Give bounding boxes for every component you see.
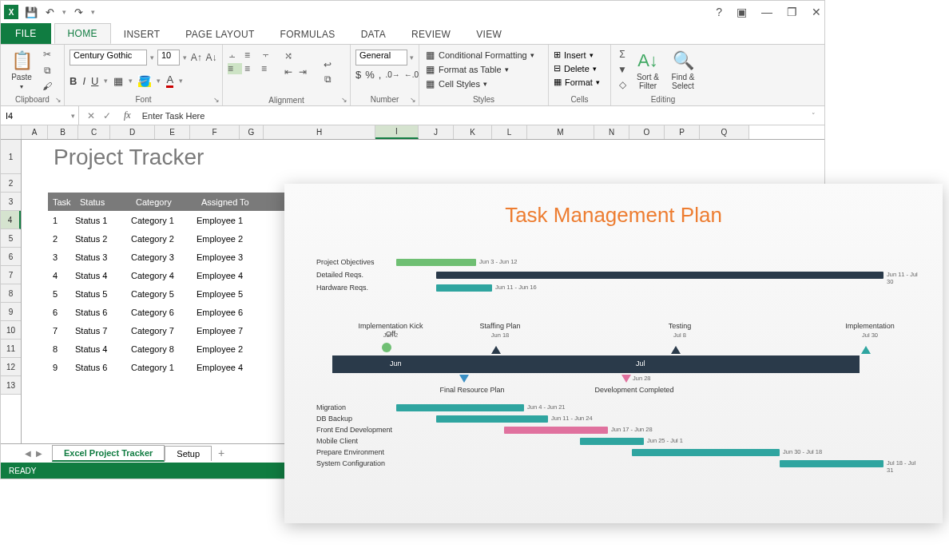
qat-customize-icon[interactable]: ▾ <box>91 8 95 16</box>
row-header-10[interactable]: 10 <box>1 321 21 340</box>
underline-button[interactable]: U <box>91 75 98 87</box>
cancel-formula-icon[interactable]: ✕ <box>87 110 95 121</box>
col-header-C[interactable]: C <box>78 125 110 139</box>
row-header-1[interactable]: 1 <box>1 140 21 174</box>
row-header-2[interactable]: 2 <box>1 174 21 193</box>
insert-cells-button[interactable]: ⊞Insert▾ <box>554 50 606 60</box>
col-header-O[interactable]: O <box>629 125 665 139</box>
currency-icon[interactable]: $ <box>355 69 361 81</box>
row-header-9[interactable]: 9 <box>1 303 21 321</box>
sheet-tab-setup[interactable]: Setup <box>165 446 212 461</box>
font-size-select[interactable]: 10 <box>157 50 181 66</box>
add-sheet-button[interactable]: + <box>212 447 231 459</box>
comma-icon[interactable]: , <box>379 69 382 81</box>
undo-icon[interactable]: ↶ <box>46 6 54 18</box>
close-icon[interactable]: ✕ <box>812 6 821 18</box>
increase-indent-icon[interactable]: ⇥ <box>296 66 309 78</box>
font-color-icon[interactable]: A <box>166 73 173 88</box>
row-header-12[interactable]: 12 <box>1 358 21 376</box>
col-header-D[interactable]: D <box>110 125 155 139</box>
copy-icon[interactable]: ⧉ <box>41 64 54 77</box>
tab-review[interactable]: REVIEW <box>399 25 463 44</box>
align-bottom-icon[interactable]: ⫟ <box>261 50 276 61</box>
find-select-button[interactable]: 🔍 Find & Select <box>667 48 699 93</box>
save-icon[interactable]: 💾 <box>25 6 38 18</box>
merge-center-icon[interactable]: ⧉ <box>321 73 334 85</box>
align-left-icon[interactable]: ≡ <box>228 63 242 74</box>
col-header-M[interactable]: M <box>527 125 594 139</box>
row-header-3[interactable]: 3 <box>1 193 21 211</box>
col-header-Q[interactable]: Q <box>700 125 749 139</box>
bold-button[interactable]: B <box>69 75 77 87</box>
sheet-tab-project-tracker[interactable]: Excel Project Tracker <box>52 445 165 462</box>
cell-styles-button[interactable]: ▦Cell Styles▾ <box>424 78 543 89</box>
fill-color-icon[interactable]: 🪣 <box>138 75 151 87</box>
tab-page-layout[interactable]: PAGE LAYOUT <box>173 25 267 44</box>
expand-formula-bar-icon[interactable]: ˅ <box>812 112 824 120</box>
enter-formula-icon[interactable]: ✓ <box>103 110 111 121</box>
col-header-E[interactable]: E <box>155 125 190 139</box>
select-all-button[interactable] <box>1 125 22 139</box>
row-header-11[interactable]: 11 <box>1 340 21 358</box>
paste-button[interactable]: 📋 Paste ▾ <box>6 48 38 93</box>
format-painter-icon[interactable]: 🖌 <box>41 80 54 93</box>
align-middle-icon[interactable]: ≡ <box>244 50 259 61</box>
wrap-text-icon[interactable]: ↩ <box>321 58 334 71</box>
row-header-6[interactable]: 6 <box>1 248 21 266</box>
insert-function-icon[interactable]: fx <box>119 109 136 121</box>
format-as-table-button[interactable]: ▦Format as Table▾ <box>424 64 543 75</box>
align-top-icon[interactable]: ⫠ <box>228 50 242 61</box>
wrap-merge-button[interactable]: ↩ ⧉ <box>316 50 339 94</box>
cut-icon[interactable]: ✂ <box>41 48 54 61</box>
restore-icon[interactable]: ❐ <box>787 6 797 18</box>
sort-filter-button[interactable]: A↓ Sort & Filter <box>632 48 664 93</box>
alignment-launcher-icon[interactable]: ↘ <box>341 96 347 104</box>
borders-icon[interactable]: ▦ <box>113 75 123 87</box>
increase-decimal-icon[interactable]: .0→ <box>385 70 399 79</box>
autosum-icon[interactable]: Σ <box>616 48 629 61</box>
minimize-icon[interactable]: — <box>761 6 772 18</box>
sheet-nav-prev-icon[interactable]: ◀ <box>25 449 31 458</box>
col-header-B[interactable]: B <box>48 125 78 139</box>
increase-font-icon[interactable]: A↑ <box>190 51 202 64</box>
tab-home[interactable]: HOME <box>54 23 111 44</box>
align-right-icon[interactable]: ≡ <box>261 63 276 74</box>
row-header-8[interactable]: 8 <box>1 284 21 303</box>
col-header-H[interactable]: H <box>264 125 375 139</box>
italic-button[interactable]: I <box>82 75 85 87</box>
number-format-select[interactable]: General <box>355 50 407 66</box>
col-header-F[interactable]: F <box>190 125 240 139</box>
font-name-select[interactable]: Century Gothic <box>69 50 147 66</box>
tab-view[interactable]: VIEW <box>463 25 514 44</box>
conditional-formatting-button[interactable]: ▦Conditional Formatting▾ <box>424 50 543 61</box>
font-launcher-icon[interactable]: ↘ <box>213 96 220 104</box>
ribbon-display-options-icon[interactable]: ▣ <box>737 6 747 18</box>
redo-icon[interactable]: ↷ <box>74 6 83 18</box>
orientation-icon[interactable]: ⤭ <box>282 50 295 62</box>
col-header-J[interactable]: J <box>419 125 454 139</box>
delete-cells-button[interactable]: ⊟Delete▾ <box>554 63 606 73</box>
decrease-indent-icon[interactable]: ⇤ <box>282 66 295 78</box>
col-header-A[interactable]: A <box>22 125 48 139</box>
tab-insert[interactable]: INSERT <box>111 25 173 44</box>
col-header-P[interactable]: P <box>665 125 700 139</box>
col-header-K[interactable]: K <box>454 125 492 139</box>
undo-dropdown-icon[interactable]: ▾ <box>62 8 66 16</box>
tab-file[interactable]: FILE <box>1 23 51 44</box>
row-header-5[interactable]: 5 <box>1 229 21 248</box>
align-center-icon[interactable]: ≡ <box>244 63 259 74</box>
col-header-I[interactable]: I <box>375 125 419 139</box>
fill-icon[interactable]: ▼ <box>616 63 629 76</box>
clipboard-launcher-icon[interactable]: ↘ <box>55 96 62 104</box>
tab-data[interactable]: DATA <box>348 25 399 44</box>
help-icon[interactable]: ? <box>716 6 722 18</box>
row-header-13[interactable]: 13 <box>1 376 21 395</box>
decrease-font-icon[interactable]: A↓ <box>205 51 217 64</box>
col-header-G[interactable]: G <box>240 125 264 139</box>
row-header-4[interactable]: 4 <box>1 211 21 229</box>
row-header-7[interactable]: 7 <box>1 266 21 284</box>
formula-input[interactable]: Enter Task Here <box>136 111 812 121</box>
sheet-nav-next-icon[interactable]: ▶ <box>36 449 42 458</box>
clear-icon[interactable]: ◇ <box>616 78 629 91</box>
percent-icon[interactable]: % <box>365 69 375 81</box>
